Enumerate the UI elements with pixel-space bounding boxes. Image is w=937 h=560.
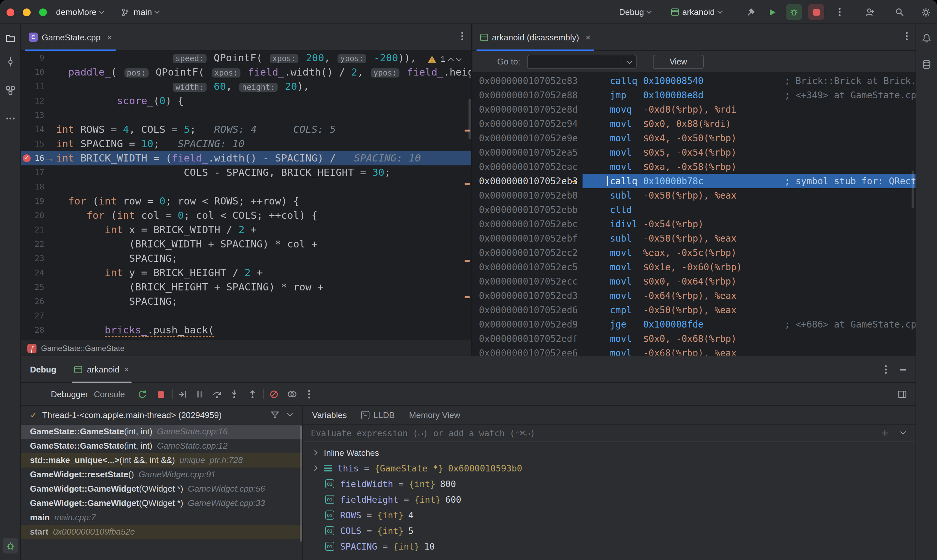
disasm-row[interactable]: 0x0000000107052e8dmovq-0xd8(%rbp), %rdi xyxy=(472,102,915,117)
code-line-15[interactable]: 15int SPACING = 10; SPACING: 10 xyxy=(21,137,471,151)
code-line-27[interactable]: 27 xyxy=(21,309,471,323)
line-number[interactable]: 27 xyxy=(21,309,56,323)
evaluate-expression-input[interactable]: Evaluate expression (↵) or add a watch (… xyxy=(303,425,915,442)
code-line-14[interactable]: 14int ROWS = 4, COLS = 5; ROWS: 4 COLS: … xyxy=(21,122,471,137)
error-stripe-mark[interactable] xyxy=(465,296,470,298)
disassembly-scrollbar-thumb[interactable] xyxy=(912,171,914,208)
line-number[interactable]: 10 xyxy=(21,65,56,80)
code-line-23[interactable]: 23 SPACING; xyxy=(21,251,471,266)
stack-frame[interactable]: GameWidget::resetState()GameWidget.cpp:9… xyxy=(21,468,302,482)
database-tool-button[interactable] xyxy=(919,57,934,72)
variable-row[interactable]: 01SPACING = {int}10 xyxy=(303,538,915,554)
window-minimize-button[interactable] xyxy=(23,8,31,16)
window-close-button[interactable] xyxy=(6,8,14,16)
code-line-19[interactable]: 19 for (int row = 0; row < ROWS; ++row) … xyxy=(21,194,471,208)
stack-frame[interactable]: start0x0000000109fba52e xyxy=(21,525,302,539)
search-everywhere-button[interactable] xyxy=(891,4,908,20)
project-selector[interactable]: demoMore xyxy=(56,0,103,24)
code-line-18[interactable]: 18 xyxy=(21,180,471,194)
line-number[interactable]: 25 xyxy=(21,280,56,294)
tab-debugger[interactable]: Debugger xyxy=(51,383,88,406)
more-actions-button[interactable] xyxy=(831,4,848,20)
debug-tool-button[interactable] xyxy=(3,538,18,554)
close-icon[interactable]: × xyxy=(124,364,129,374)
disasm-row[interactable]: 0x0000000107052e83callq0x100008540; Bric… xyxy=(472,74,915,88)
code-line-28[interactable]: 28 bricks_.push_back( xyxy=(21,323,471,337)
build-button[interactable] xyxy=(743,4,759,20)
editor-scrollbar-thumb[interactable] xyxy=(468,99,471,139)
error-stripe-mark[interactable] xyxy=(465,260,470,262)
code-line-22[interactable]: 22 (BRICK_WIDTH + SPACING) * col + xyxy=(21,237,471,251)
line-number[interactable]: 23 xyxy=(21,251,56,266)
line-number[interactable]: 21 xyxy=(21,223,56,237)
notifications-button[interactable] xyxy=(919,31,934,46)
tab-gamestate-cpp[interactable]: C GameState.cpp × xyxy=(21,24,120,51)
line-number[interactable]: 20 xyxy=(21,208,56,223)
code-line-20[interactable]: 20 for (int col = 0; col < COLS; ++col) … xyxy=(21,208,471,223)
code-line-17[interactable]: 17 COLS - SPACING, BRICK_HEIGHT = 30; xyxy=(21,165,471,180)
variable-row[interactable]: Inline Watches xyxy=(303,445,915,460)
disasm-row[interactable]: 0x0000000107052e9emovl$0x4, -0x50(%rbp) xyxy=(472,131,915,145)
stack-frame[interactable]: GameWidget::GameWidget(QWidget *)GameWid… xyxy=(21,482,302,496)
restart-debug-button[interactable] xyxy=(786,4,802,20)
tab-variables[interactable]: Variables xyxy=(312,410,347,420)
disasm-row[interactable]: 0x0000000107052ed6cmpl-0x50(%rbp), %eax xyxy=(472,303,915,317)
toolbar-more-kebab-icon[interactable] xyxy=(304,389,315,400)
stack-frame[interactable]: GameState::GameState(int, int)GameState.… xyxy=(21,439,302,453)
editor-options-kebab-icon[interactable] xyxy=(461,35,463,37)
disasm-row[interactable]: 0x0000000107052ebfsubl-0x58(%rbp), %eax xyxy=(472,231,915,246)
variable-row[interactable]: 01fieldHeight = {int}600 xyxy=(303,492,915,507)
step-out-button[interactable] xyxy=(247,389,258,400)
view-button[interactable]: View xyxy=(653,55,704,69)
line-number[interactable]: 11 xyxy=(21,80,56,94)
code-line-11[interactable]: 11 width: 60, height: 20), xyxy=(21,80,471,94)
stop-debug-button[interactable] xyxy=(155,389,166,400)
disasm-row[interactable]: 0x0000000107052ee6movl-0x68(%rbp), %eax xyxy=(472,346,915,355)
tab-memory-view[interactable]: Memory View xyxy=(409,410,460,420)
disasm-row[interactable]: 0x0000000107052eacmovl$0xa, -0x58(%rbp) xyxy=(472,160,915,174)
stack-frame[interactable]: std::make_unique<...>(int &&, int &&)uni… xyxy=(21,453,302,468)
code-line-25[interactable]: 25 (BRICK_HEIGHT + SPACING) * row + xyxy=(21,280,471,294)
step-over-button[interactable] xyxy=(211,389,222,400)
goto-address-combobox[interactable] xyxy=(527,55,636,69)
window-zoom-button[interactable] xyxy=(39,8,47,16)
code-line-13[interactable]: 13 xyxy=(21,108,471,122)
close-icon[interactable]: × xyxy=(586,32,590,42)
rerun-button[interactable] xyxy=(137,389,148,400)
disasm-row[interactable]: 0x0000000107052ed3movl-0x64(%rbp), %eax xyxy=(472,288,915,303)
stack-frame[interactable]: GameWidget::GameWidget(QWidget *)GameWid… xyxy=(21,496,302,511)
line-number[interactable]: 12 xyxy=(21,94,56,108)
line-number[interactable]: 18 xyxy=(21,180,56,194)
variable-row[interactable]: this = {GameState *}0x6000010593b0 xyxy=(303,460,915,476)
code-line-24[interactable]: 24 int y = BRICK_HEIGHT / 2 + xyxy=(21,266,471,280)
run-button[interactable] xyxy=(764,4,780,20)
disasm-row[interactable]: 0x0000000107052eccmovl$0x0, -0x64(%rbp) xyxy=(472,274,915,288)
pause-button[interactable] xyxy=(194,389,205,400)
stack-frame[interactable]: mainmain.cpp:7 xyxy=(21,511,302,525)
code-line-21[interactable]: 21 int x = BRICK_WIDTH / 2 + xyxy=(21,223,471,237)
disasm-row[interactable]: 0x0000000107052e94movl$0x0, 0x88(%rdi) xyxy=(472,117,915,131)
code-line-9[interactable]: 9 speed: QPointF( xpos: 200, ypos: -200)… xyxy=(21,51,471,65)
breadcrumb[interactable]: f GameState::GameState xyxy=(21,340,471,355)
line-number[interactable]: 13 xyxy=(21,108,56,122)
editor-scroll-stripe[interactable] xyxy=(463,51,471,340)
disasm-row[interactable]: 0x0000000107052eb8subl-0x58(%rbp), %eax xyxy=(472,188,915,203)
variable-row[interactable]: 01COLS = {int}5 xyxy=(303,523,915,538)
combobox-dropdown-button[interactable] xyxy=(622,55,636,68)
code-line-16[interactable]: 16→int BRICK_WIDTH = (field_.width() - S… xyxy=(21,151,471,165)
branch-selector[interactable]: main xyxy=(120,0,159,24)
run-mode-selector[interactable]: Debug xyxy=(619,0,651,24)
layout-settings-button[interactable] xyxy=(897,389,908,400)
disasm-row[interactable]: 0x0000000107052ec2movl%eax, -0x5c(%rbp) xyxy=(472,246,915,260)
hide-panel-icon[interactable] xyxy=(900,369,906,371)
tab-lldb[interactable]: LLDB xyxy=(361,410,395,420)
tab-console[interactable]: Console xyxy=(94,383,125,406)
debug-session-tab[interactable]: arkanoid × xyxy=(75,356,129,383)
structure-tool-button[interactable] xyxy=(3,83,18,98)
settings-button[interactable] xyxy=(917,4,934,20)
disasm-row[interactable]: 0x0000000107052ea5movl$0x5, -0x54(%rbp) xyxy=(472,145,915,160)
expand-chevron-icon[interactable] xyxy=(312,450,317,455)
step-into-button[interactable] xyxy=(229,389,240,400)
line-number[interactable]: 14 xyxy=(21,122,56,137)
project-tool-button[interactable] xyxy=(3,31,18,46)
